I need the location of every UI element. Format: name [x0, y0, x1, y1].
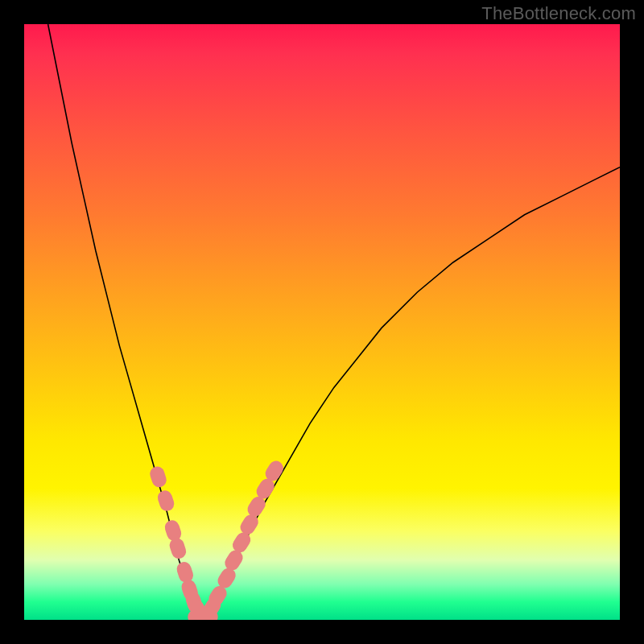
plot-area [24, 24, 620, 620]
chart-frame: TheBottleneck.com [0, 0, 644, 644]
data-marker [156, 489, 176, 513]
right-branch-curve [203, 167, 620, 620]
watermark-text: TheBottleneck.com [481, 3, 636, 24]
svg-rect-1 [156, 489, 176, 513]
curve-svg [24, 24, 620, 620]
svg-rect-18 [194, 609, 218, 620]
data-marker [148, 464, 168, 489]
data-marker [194, 609, 218, 620]
curve-layer [48, 24, 620, 620]
marker-layer [148, 458, 286, 620]
svg-rect-0 [148, 464, 168, 489]
